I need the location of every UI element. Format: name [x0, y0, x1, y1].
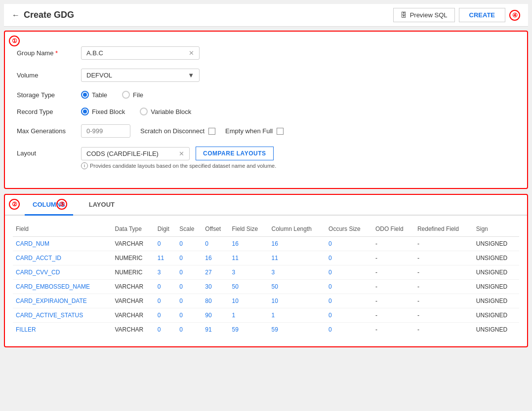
- cell-scale: 0: [176, 237, 202, 251]
- cell-redefined_field: -: [414, 294, 473, 308]
- badge-3: ③: [56, 199, 67, 210]
- col-field-size: Field Size: [229, 222, 269, 237]
- cell-field_size: 59: [229, 323, 269, 337]
- table-row: CARD_ACCT_IDNUMERIC1101611110--UNSIGNED: [13, 251, 519, 265]
- table-header-row: Field Data Type Digit Scale Offset Field…: [13, 222, 519, 237]
- col-offset: Offset: [202, 222, 229, 237]
- cell-column_length: 3: [269, 265, 326, 280]
- cell-sign: UNSIGNED: [473, 294, 519, 308]
- col-scale: Scale: [176, 222, 202, 237]
- col-odo-field: ODO Field: [372, 222, 414, 237]
- cell-occurs_size: 0: [326, 294, 372, 308]
- table-container: Field Data Type Digit Scale Offset Field…: [5, 216, 527, 346]
- radio-file-circle: [122, 91, 130, 99]
- cell-odo_field: -: [372, 323, 414, 337]
- radio-fixed-circle: [81, 108, 89, 115]
- group-name-input[interactable]: A.B.C ✕: [81, 46, 200, 60]
- clear-group-name-icon[interactable]: ✕: [189, 49, 194, 57]
- col-redefined-field: Redefined Field: [414, 222, 473, 237]
- cell-field_size: 1: [229, 308, 269, 323]
- cell-field_size: 10: [229, 294, 269, 308]
- col-data-type: Data Type: [112, 222, 154, 237]
- cell-field_size: 11: [229, 251, 269, 265]
- cell-odo_field: -: [372, 294, 414, 308]
- cell-field_size: 3: [229, 265, 269, 280]
- table-row: CARD_EMBOSSED_NAMEVARCHAR003050500--UNSI…: [13, 280, 519, 294]
- cell-sign: UNSIGNED: [473, 251, 519, 265]
- cell-occurs_size: 0: [326, 237, 372, 251]
- cell-odo_field: -: [372, 251, 414, 265]
- table-row: CARD_ACTIVE_STATUSVARCHAR0090110--UNSIGN…: [13, 308, 519, 323]
- cell-redefined_field: -: [414, 323, 473, 337]
- cell-scale: 0: [176, 294, 202, 308]
- record-type-variable-radio[interactable]: Variable Block: [140, 108, 191, 115]
- layout-label: Layout: [17, 147, 81, 157]
- storage-type-table-radio[interactable]: Table: [81, 91, 107, 99]
- cell-redefined_field: -: [414, 237, 473, 251]
- cell-redefined_field: -: [414, 280, 473, 294]
- db-icon: 🗄: [401, 11, 407, 19]
- empty-when-full-checkbox[interactable]: [277, 128, 284, 135]
- cell-digit: 0: [155, 237, 177, 251]
- layout-col: CODS (CARDFILE-FILE) ✕ COMPARE LAYOUTS i…: [81, 147, 276, 169]
- back-button[interactable]: ←: [12, 11, 20, 20]
- layout-hint: i Provides candidate layouts based on th…: [81, 162, 276, 169]
- cell-digit: 11: [155, 251, 177, 265]
- cell-column_length: 16: [269, 237, 326, 251]
- cell-occurs_size: 0: [326, 323, 372, 337]
- cell-digit: 0: [155, 308, 177, 323]
- cell-scale: 0: [176, 280, 202, 294]
- table-row: FILLERVARCHAR009159590--UNSIGNED: [13, 323, 519, 337]
- clear-layout-icon[interactable]: ✕: [179, 150, 184, 157]
- create-button[interactable]: CREATE: [459, 8, 505, 22]
- cell-redefined_field: -: [414, 265, 473, 280]
- cell-field: CARD_CVV_CD: [13, 265, 112, 280]
- tab-layout[interactable]: LAYOUT: [81, 195, 123, 216]
- cell-sign: UNSIGNED: [473, 323, 519, 337]
- cell-digit: 3: [155, 265, 177, 280]
- max-generations-input[interactable]: [81, 124, 130, 138]
- preview-sql-button[interactable]: 🗄 Preview SQL: [393, 8, 455, 22]
- cell-occurs_size: 0: [326, 280, 372, 294]
- cell-odo_field: -: [372, 280, 414, 294]
- form-section: ① Group Name * A.B.C ✕ Volume DEFVOL ▼ S…: [4, 31, 528, 189]
- storage-type-table-label: Table: [92, 91, 107, 99]
- cell-offset: 0: [202, 237, 229, 251]
- scratch-on-disconnect-checkbox[interactable]: [208, 128, 215, 135]
- cell-field: CARD_EXPIRAION_DATE: [13, 294, 112, 308]
- scratch-on-disconnect-label: Scratch on Disconnect: [140, 127, 205, 135]
- layout-input[interactable]: CODS (CARDFILE-FILE) ✕: [81, 147, 190, 160]
- col-column-length: Column Length: [269, 222, 326, 237]
- storage-type-label: Storage Type: [17, 91, 81, 99]
- col-field: Field: [13, 222, 112, 237]
- cell-offset: 16: [202, 251, 229, 265]
- cell-digit: 0: [155, 294, 177, 308]
- cell-field: CARD_ACTIVE_STATUS: [13, 308, 112, 323]
- storage-type-file-radio[interactable]: File: [122, 91, 143, 99]
- cell-data_type: NUMERIC: [112, 251, 154, 265]
- cell-column_length: 1: [269, 308, 326, 323]
- cell-data_type: NUMERIC: [112, 265, 154, 280]
- volume-select[interactable]: DEFVOL ▼: [81, 69, 200, 82]
- cell-scale: 0: [176, 308, 202, 323]
- cell-field_size: 50: [229, 280, 269, 294]
- record-type-label: Record Type: [17, 108, 81, 115]
- badge-1: ①: [9, 36, 20, 46]
- cell-offset: 27: [202, 265, 229, 280]
- table-row: CARD_EXPIRAION_DATEVARCHAR008010100--UNS…: [13, 294, 519, 308]
- cell-offset: 90: [202, 308, 229, 323]
- cell-sign: UNSIGNED: [473, 265, 519, 280]
- tabs-section: ② COLUMNS ③ LAYOUT Field Data Type Digit…: [4, 194, 528, 347]
- radio-table-circle: [81, 91, 89, 99]
- cell-occurs_size: 0: [326, 251, 372, 265]
- table-row: CARD_CVV_CDNUMERIC3027330--UNSIGNED: [13, 265, 519, 280]
- cell-sign: UNSIGNED: [473, 237, 519, 251]
- cell-column_length: 50: [269, 280, 326, 294]
- cell-digit: 0: [155, 323, 177, 337]
- cell-column_length: 10: [269, 294, 326, 308]
- record-type-fixed-radio[interactable]: Fixed Block: [81, 108, 125, 115]
- group-name-label: Group Name *: [17, 49, 81, 57]
- info-icon: i: [81, 162, 88, 169]
- cell-offset: 91: [202, 323, 229, 337]
- compare-layouts-button[interactable]: COMPARE LAYOUTS: [196, 147, 274, 160]
